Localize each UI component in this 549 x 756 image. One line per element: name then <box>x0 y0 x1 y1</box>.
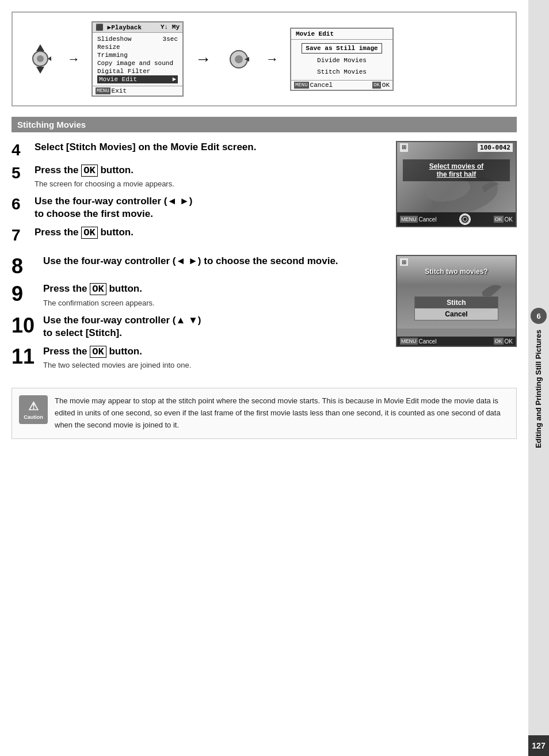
menu-label-footer-1: MENU <box>400 216 418 223</box>
playback-screen-mock: ⬛ ▶Playback Y↓ My Slideshow3sec Resize T… <box>92 21 184 97</box>
ok-label: OK <box>372 82 381 89</box>
step-4: 4 Select [Stitch Movies] on the Movie Ed… <box>12 141 384 158</box>
steps-group-1: 4 Select [Stitch Movies] on the Movie Ed… <box>12 141 517 249</box>
step-content-9: Press the OK button. The confirmation sc… <box>43 282 384 308</box>
movie-edit-footer: MENU Cancel OK OK <box>291 80 392 90</box>
camera-footer-1: MENU Cancel OK OK <box>397 212 516 226</box>
step-content-7: Press the OK button. <box>35 226 384 239</box>
step-8: 8 Use the four-way controller (◄ ►) to c… <box>12 255 384 277</box>
camera-overlay-2: Stitch two movies? <box>403 268 510 276</box>
svg-marker-4 <box>48 56 51 61</box>
controller-icon-mid <box>223 43 254 75</box>
step-desc-5: The screen for choosing a movie appears. <box>35 179 384 189</box>
arrow-to-movie-edit: → <box>195 50 211 68</box>
ok-text-footer-2: OK <box>505 338 513 345</box>
exit-label: Exit <box>112 87 127 94</box>
playback-screen-footer: MENU Exit <box>93 86 182 96</box>
step-content-11: Press the OK button. The two selected mo… <box>43 345 384 371</box>
camera-icon-1: ⊞ <box>400 143 408 152</box>
step-7: 7 Press the OK button. <box>12 226 384 243</box>
step-6: 6 Use the four-way controller (◄ ►)to ch… <box>12 195 384 220</box>
playback-header-left: ⬛ ▶Playback <box>96 24 142 31</box>
menu-row-copy: Copy image and sound <box>97 59 178 67</box>
playback-screen-header: ⬛ ▶Playback Y↓ My <box>93 22 182 33</box>
step-number-4: 4 <box>12 142 35 158</box>
steps-group-2: 8 Use the four-way controller (◄ ►) to c… <box>12 255 517 376</box>
step-9: 9 Press the OK button. The confirmation … <box>12 282 384 308</box>
steps-col-1: 4 Select [Stitch Movies] on the Movie Ed… <box>12 141 384 249</box>
menu-label-cancel: MENU <box>294 82 309 89</box>
camera-number-1: 100-0042 <box>478 143 513 152</box>
movie-edit-item-stitch: Stitch Movies <box>314 67 370 77</box>
step-11: 11 Press the OK button. The two selected… <box>12 345 384 371</box>
movie-edit-screen-mock: Movie Edit Save as Still image Divide Mo… <box>290 28 394 91</box>
cancel-label-1: Cancel <box>419 216 437 223</box>
arrow-to-playback: → <box>67 52 80 67</box>
step-title-9: Press the OK button. <box>43 282 384 296</box>
step-desc-11: The two selected movies are joined into … <box>43 360 384 371</box>
camera-footer-right-2: OK OK <box>494 338 513 345</box>
step-number-7: 7 <box>12 227 35 243</box>
step-content-6: Use the four-way controller (◄ ►)to choo… <box>35 195 384 220</box>
camera-overlay-text-1: Select movies ofthe first half <box>406 162 507 178</box>
steps-col-2: 8 Use the four-way controller (◄ ►) to c… <box>12 255 384 376</box>
caution-label: Caution <box>24 414 43 420</box>
section-header: Stitching Movies <box>12 117 517 132</box>
step-number-6: 6 <box>12 196 35 212</box>
caution-box: ⚠ Caution The movie may appear to stop a… <box>12 388 517 438</box>
camera-footer-left-1: MENU Cancel <box>400 216 437 223</box>
camera-screen-1-col: ⊞ 100-0042 Select movies ofthe first hal… <box>396 141 517 249</box>
playback-header-right: Y↓ My <box>161 24 180 31</box>
step-number-8: 8 <box>12 256 43 277</box>
step-title-10: Use the four-way controller (▲ ▼)to sele… <box>43 314 384 339</box>
step-title-11: Press the OK button. <box>43 345 384 358</box>
menu-row-trimming: Trimming <box>97 51 178 59</box>
camera-menu-2: Stitch Cancel <box>414 296 498 320</box>
menu-label: MENU <box>96 87 110 94</box>
ok-text: OK <box>382 82 390 89</box>
camera-menu-cancel: Cancel <box>415 308 498 320</box>
camera-screen-1-top: ⊞ 100-0042 <box>397 142 516 153</box>
step-10: 10 Use the four-way controller (▲ ▼)to s… <box>12 314 384 339</box>
svg-point-10 <box>461 215 469 223</box>
main-content: → ⬛ ▶Playback Y↓ My Slideshow3sec Resize… <box>0 0 528 756</box>
movie-edit-item-save: Save as Still image <box>302 43 382 54</box>
menu-row-movie-edit: Movie Edit► <box>97 75 178 83</box>
svg-marker-1 <box>36 67 44 74</box>
step-number-9: 9 <box>12 284 43 304</box>
svg-point-6 <box>235 55 243 63</box>
svg-marker-0 <box>36 44 44 51</box>
camera-overlay-1: Select movies ofthe first half <box>403 159 510 181</box>
camera-ok-circle <box>459 213 471 225</box>
camera-screen-2: ⊞ Stitch two movies? Stitch Cancel MENU … <box>396 255 517 347</box>
camera-icon-2: ⊞ <box>400 258 408 266</box>
camera-menu-stitch: Stitch <box>415 297 498 308</box>
caution-icon: ⚠ Caution <box>19 395 48 424</box>
camera-screen-2-col: ⊞ Stitch two movies? Stitch Cancel MENU … <box>396 255 517 376</box>
caution-symbol: ⚠ <box>28 399 39 413</box>
step-title-7: Press the OK button. <box>35 226 384 239</box>
camera-overlay-text-2: Stitch two movies? <box>403 268 510 276</box>
movie-edit-footer-right: OK OK <box>372 82 390 89</box>
diagram-box: → ⬛ ▶Playback Y↓ My Slideshow3sec Resize… <box>12 12 517 106</box>
movie-edit-footer-left: MENU Cancel <box>294 82 333 89</box>
section-header-text: Stitching Movies <box>17 120 86 129</box>
ok-text-footer-1: OK <box>505 216 513 223</box>
controller-icon-left <box>24 43 56 75</box>
step-content-10: Use the four-way controller (▲ ▼)to sele… <box>43 314 384 339</box>
cancel-label-2: Cancel <box>419 338 437 345</box>
page-number: 127 <box>528 735 549 756</box>
camera-screen-2-top: ⊞ <box>400 258 513 266</box>
arrow-to-result: → <box>266 52 279 67</box>
camera-footer-2: MENU Cancel OK OK <box>397 337 516 346</box>
movie-edit-header: Movie Edit <box>291 29 392 40</box>
step-content-8: Use the four-way controller (◄ ►) to cho… <box>43 255 384 268</box>
step-content-5: Press the OK button. The screen for choo… <box>35 164 384 189</box>
step-content-4: Select [Stitch Movies] on the Movie Edit… <box>35 141 384 154</box>
step-desc-9: The confirmation screen appears. <box>43 298 384 308</box>
menu-row-digital-filter: Digital Filter <box>97 67 178 75</box>
cancel-text: Cancel <box>310 82 333 89</box>
camera-screen-1: ⊞ 100-0042 Select movies ofthe first hal… <box>396 141 517 227</box>
ok-label-footer-1: OK <box>494 216 504 223</box>
step-title-4: Select [Stitch Movies] on the Movie Edit… <box>35 141 384 154</box>
